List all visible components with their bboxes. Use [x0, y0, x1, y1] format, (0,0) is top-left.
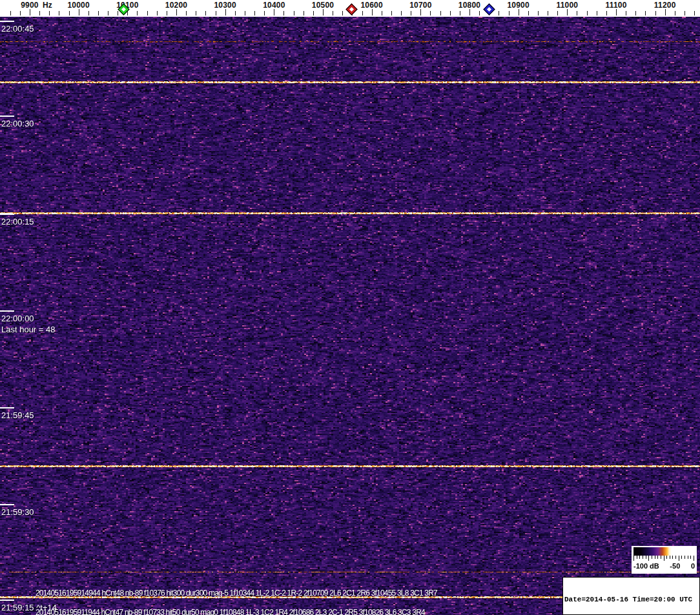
freq-tick — [635, 11, 636, 15]
freq-tick — [382, 11, 382, 15]
freq-tick — [577, 11, 577, 15]
freq-tick — [548, 11, 548, 15]
freq-tick — [342, 11, 343, 15]
freq-tick — [509, 11, 510, 15]
freq-tick — [176, 9, 177, 15]
freq-tick — [597, 11, 597, 15]
marker-core-dot — [487, 7, 491, 12]
freq-tick — [645, 11, 646, 15]
freq-tick — [528, 11, 529, 15]
freq-tick — [616, 9, 617, 15]
freq-tick — [675, 11, 675, 15]
freq-tick — [519, 9, 519, 15]
freq-tick — [606, 11, 607, 15]
db-max-label: 0 — [691, 562, 695, 570]
freq-tick — [323, 9, 324, 15]
db-mid-label: -50 — [670, 562, 680, 570]
freq-tick — [665, 9, 666, 15]
freq-tick — [538, 11, 539, 15]
freq-tick — [557, 11, 558, 15]
freq-tick — [20, 11, 21, 15]
freq-tick — [10, 11, 11, 15]
freq-tick — [694, 11, 695, 15]
freq-tick — [372, 9, 373, 15]
freq-tick — [440, 11, 441, 15]
freq-tick — [79, 9, 79, 15]
color-scale-labels: -100 dB -50 0 — [633, 562, 695, 570]
freq-tick — [147, 11, 148, 15]
freq-tick — [469, 9, 470, 15]
freq-tick — [254, 11, 255, 15]
freq-tick — [499, 11, 499, 15]
freq-tick — [460, 11, 460, 15]
freq-tick — [430, 11, 431, 15]
freq-tick — [245, 11, 245, 15]
freq-tick — [626, 11, 626, 15]
spectrogram-canvas — [0, 17, 700, 615]
freq-tick — [274, 9, 274, 15]
db-color-scale-legend: -100 dB -50 0 — [632, 546, 697, 574]
freq-tick — [69, 11, 70, 15]
freq-tick — [49, 11, 50, 15]
freq-tick — [157, 11, 158, 15]
freq-tick — [479, 11, 480, 15]
freq-tick — [333, 11, 333, 15]
freq-tick — [294, 11, 294, 15]
freq-tick — [313, 11, 314, 15]
info-date-time: Date=2014-05-16 Time=20:00 UTC — [564, 596, 698, 605]
freq-tick — [283, 11, 284, 15]
freq-tick — [420, 9, 421, 15]
frequency-ruler: Hz 9900100001010010200103001040010500106… — [0, 0, 700, 17]
freq-tick — [304, 11, 304, 15]
color-gradient-bar — [633, 547, 695, 556]
spectrogram-app-window: Hz 9900100001010010200103001040010500106… — [0, 0, 700, 615]
freq-tick — [450, 11, 451, 15]
freq-tick — [401, 11, 402, 15]
freq-tick — [655, 11, 656, 15]
freq-tick — [225, 9, 226, 15]
freq-tick — [587, 11, 588, 15]
freq-tick — [205, 11, 206, 15]
marker-core-dot — [121, 7, 126, 12]
freq-tick — [118, 11, 118, 15]
freq-tick — [167, 11, 167, 15]
freq-tick — [196, 11, 196, 15]
freq-tick — [411, 11, 411, 15]
freq-tick — [108, 11, 108, 15]
freq-tick — [88, 11, 89, 15]
freq-tick — [186, 11, 187, 15]
freq-tick — [685, 11, 685, 15]
color-scale-ticks — [633, 556, 695, 561]
freq-tick — [216, 11, 216, 15]
freq-tick — [567, 9, 568, 15]
station-info-box: Date=2014-05-16 Time=20:00 UTC Freq=143 … — [562, 577, 700, 615]
freq-tick — [362, 11, 363, 15]
freq-tick — [59, 11, 59, 15]
freq-tick — [39, 11, 40, 15]
freq-tick — [30, 9, 30, 15]
freq-axis-label: 11200 — [633, 1, 697, 10]
freq-tick — [391, 11, 392, 15]
marker-core-dot — [349, 7, 354, 12]
freq-tick — [98, 11, 99, 15]
db-min-label: -100 dB — [633, 562, 659, 570]
freq-tick — [235, 11, 236, 15]
freq-tick — [137, 11, 138, 15]
freq-tick — [264, 11, 265, 15]
